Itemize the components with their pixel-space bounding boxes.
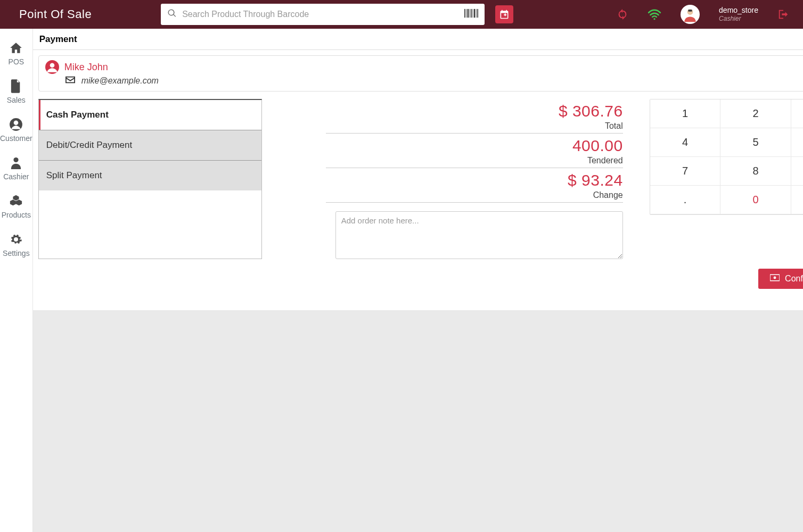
sidebar-item-label: Settings	[3, 249, 30, 257]
keypad-7[interactable]: 7	[650, 157, 721, 186]
search-bar[interactable]	[161, 4, 485, 25]
keypad-8[interactable]: 8	[720, 157, 791, 186]
order-note-textarea[interactable]	[335, 211, 623, 259]
user-role: Cashier	[719, 15, 758, 22]
keypad-2[interactable]: 2	[720, 99, 791, 128]
sidebar-item-label: Cashier	[3, 172, 29, 181]
svg-rect-5	[473, 9, 473, 17]
keypad-dot[interactable]: .	[650, 186, 721, 214]
sidebar-item-cashier[interactable]: Cashier	[0, 150, 32, 188]
keypad-5[interactable]: 5	[720, 128, 791, 157]
sidebar-item-label: Products	[2, 211, 31, 219]
page-title: Payment	[39, 34, 77, 45]
currency-symbol: $	[568, 171, 577, 189]
change-value: 93.24	[581, 171, 623, 189]
amount-change-row: $ 93.24 Change	[326, 168, 623, 203]
svg-rect-8	[478, 9, 479, 17]
sidebar-item-label: Customer	[0, 134, 32, 143]
svg-rect-4	[471, 9, 472, 17]
app-title: Point Of Sale	[19, 7, 92, 21]
svg-point-15	[14, 157, 19, 162]
tendered-value: 400.00	[572, 137, 623, 154]
search-icon	[167, 9, 177, 21]
keypad-clear[interactable]: C	[791, 186, 803, 214]
sidebar-item-products[interactable]: Products	[0, 188, 32, 227]
keypad-1[interactable]: 1	[650, 99, 721, 128]
confirm-payment-label: Confirm Payment	[785, 274, 803, 284]
customer-name: Mike John	[64, 62, 108, 73]
sidebar-item-settings[interactable]: Settings	[0, 227, 32, 265]
customer-email: mike@example.com	[81, 76, 159, 86]
keypad-3[interactable]: 3	[791, 99, 803, 128]
keypad-6[interactable]: 6	[791, 128, 803, 157]
sidebar-item-sales[interactable]: Sales	[0, 73, 32, 112]
payment-method-list: Cash Payment Debit/Credit Payment Split …	[38, 99, 262, 259]
tendered-label: Tendered	[326, 156, 623, 165]
sidebar: POS Sales Customer Cashier Products Sett…	[0, 29, 33, 532]
sidebar-item-label: POS	[9, 57, 24, 66]
confirm-payment-button[interactable]: Confirm Payment	[758, 269, 803, 289]
sidebar-item-customer[interactable]: Customer	[0, 112, 32, 150]
amount-tendered-row[interactable]: 400.00 Tendered	[326, 134, 623, 168]
svg-rect-12	[689, 10, 692, 12]
svg-point-17	[50, 63, 54, 68]
user-circle-icon	[9, 117, 23, 132]
svg-rect-2	[468, 9, 469, 17]
avatar[interactable]	[681, 5, 700, 24]
svg-rect-1	[466, 9, 466, 17]
user-name: demo_store	[719, 6, 758, 15]
email-icon	[65, 76, 75, 86]
svg-rect-6	[474, 9, 475, 17]
calendar-add-button[interactable]	[495, 5, 513, 23]
barcode-icon[interactable]	[464, 7, 478, 22]
keypad-0[interactable]: 0	[720, 186, 791, 214]
sync-icon[interactable]	[617, 9, 628, 20]
main-content: Payment Mike John mike@example.com	[33, 29, 803, 532]
amount-total-row: $ 306.76 Total	[326, 99, 623, 134]
payment-method-cash[interactable]: Cash Payment	[39, 100, 261, 130]
user-icon	[10, 155, 22, 170]
search-input[interactable]	[182, 10, 464, 19]
home-icon	[9, 40, 23, 55]
empty-area	[33, 310, 803, 532]
payment-method-split[interactable]: Split Payment	[39, 160, 261, 190]
svg-rect-0	[464, 9, 465, 17]
gear-icon	[10, 232, 22, 247]
customer-avatar-icon	[45, 60, 59, 74]
svg-point-19	[774, 277, 776, 279]
page-header: Payment	[33, 29, 803, 50]
wifi-icon	[648, 9, 661, 20]
sidebar-item-label: Sales	[7, 96, 26, 104]
keypad-4[interactable]: 4	[650, 128, 721, 157]
svg-point-9	[653, 18, 655, 20]
logout-icon[interactable]	[777, 9, 789, 20]
app-header: Point Of Sale	[0, 0, 803, 29]
header-right: demo_store Cashier	[617, 5, 803, 24]
change-label: Change	[326, 190, 623, 200]
amounts-panel: $ 306.76 Total 400.00 Tendered $ 93.24 C…	[262, 99, 650, 259]
currency-symbol: $	[559, 102, 568, 120]
keypad-9[interactable]: 9	[791, 157, 803, 186]
money-icon	[770, 274, 780, 284]
total-value: 306.76	[572, 102, 623, 120]
payment-method-debit-credit[interactable]: Debit/Credit Payment	[39, 130, 261, 160]
numeric-keypad: 1 2 3 4 5 6 7 8 9 . 0 C	[650, 99, 803, 215]
user-block[interactable]: demo_store Cashier	[719, 6, 758, 22]
svg-point-14	[14, 120, 19, 125]
svg-rect-7	[476, 9, 477, 17]
boxes-icon	[9, 194, 23, 209]
svg-rect-3	[470, 9, 470, 17]
file-icon	[10, 79, 22, 94]
customer-card: Mike John mike@example.com	[38, 55, 803, 92]
sidebar-item-pos[interactable]: POS	[0, 35, 32, 73]
total-label: Total	[326, 121, 623, 131]
